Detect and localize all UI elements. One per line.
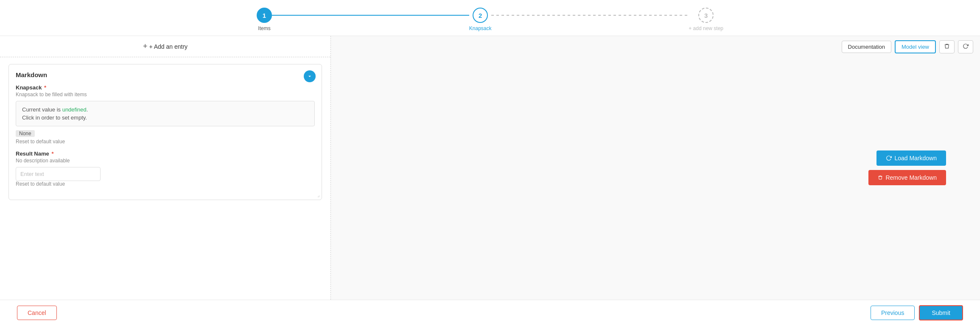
chevron-down-icon — [307, 73, 313, 79]
add-entry-bar: + + Add an entry — [0, 36, 330, 57]
knapsack-label: Knapsack * — [16, 84, 315, 91]
undefined-text: undefined — [62, 106, 87, 113]
knapsack-value-line1: Current value is undefined. — [22, 106, 308, 113]
resize-handle[interactable]: ⌟ — [317, 192, 320, 198]
result-name-label: Result Name * — [16, 150, 315, 157]
step-connector-2 — [491, 15, 689, 16]
remove-markdown-label: Remove Markdown — [885, 174, 937, 181]
submit-button[interactable]: Submit — [919, 305, 963, 320]
documentation-button[interactable]: Documentation — [842, 41, 891, 53]
step-3[interactable]: 3 + add new step — [689, 8, 723, 31]
load-icon — [886, 155, 892, 161]
step-2-circle: 2 — [473, 8, 488, 23]
footer-right: Previous Submit — [871, 305, 963, 320]
step-1[interactable]: 1 Items — [257, 8, 272, 31]
knapsack-none-tag: None — [16, 130, 315, 139]
markdown-card: Markdown Knapsack * Knapsack to be fille… — [8, 64, 322, 200]
refresh-icon — [963, 43, 969, 49]
refresh-button[interactable] — [958, 40, 973, 53]
knapsack-reset-link[interactable]: Reset to default value — [16, 139, 315, 145]
knapsack-value-box[interactable]: Current value is undefined. Click in ord… — [16, 101, 315, 126]
load-markdown-button[interactable]: Load Markdown — [876, 150, 946, 166]
add-entry-button[interactable]: + + Add an entry — [143, 42, 188, 51]
result-name-field-section: Result Name * No description available R… — [16, 150, 315, 187]
step-1-circle: 1 — [257, 8, 272, 23]
right-panel: Documentation Model view L — [331, 36, 980, 300]
card-title: Markdown — [16, 71, 315, 78]
result-name-reset-link[interactable]: Reset to default value — [16, 181, 315, 187]
result-name-description: No description available — [16, 158, 315, 164]
step-3-circle: 3 — [698, 8, 714, 23]
result-name-input[interactable] — [16, 167, 101, 181]
remove-icon — [878, 175, 883, 181]
step-2[interactable]: 2 Knapsack — [469, 8, 492, 31]
knapsack-description: Knapsack to be filled with items — [16, 92, 315, 97]
cancel-button[interactable]: Cancel — [17, 306, 57, 320]
trash-icon — [944, 43, 950, 49]
add-entry-label: + Add an entry — [149, 43, 188, 50]
main-content: + + Add an entry Markdown Knapsack * — [0, 36, 980, 300]
footer: Cancel Previous Submit — [0, 300, 980, 323]
previous-button[interactable]: Previous — [871, 306, 915, 320]
step-2-label: Knapsack — [469, 25, 492, 31]
knapsack-click-text: Click in order to set empty. — [22, 114, 308, 121]
card-chevron-button[interactable] — [304, 70, 316, 82]
left-panel: + + Add an entry Markdown Knapsack * — [0, 36, 331, 300]
right-center-actions: Load Markdown Remove Markdown — [868, 150, 946, 185]
left-panel-body: Markdown Knapsack * Knapsack to be fille… — [0, 57, 330, 300]
knapsack-field-section: Knapsack * Knapsack to be filled with it… — [16, 84, 315, 145]
load-markdown-label: Load Markdown — [894, 155, 937, 162]
step-connector-1 — [272, 15, 469, 16]
model-view-button[interactable]: Model view — [895, 40, 936, 53]
right-top-actions: Documentation Model view — [842, 40, 973, 53]
step-3-label: + add new step — [689, 25, 723, 31]
plus-icon: + — [143, 42, 148, 51]
stepper: 1 Items 2 Knapsack 3 + add new step — [0, 0, 980, 36]
result-name-required: * — [51, 150, 53, 157]
step-1-label: Items — [258, 25, 270, 31]
remove-markdown-button[interactable]: Remove Markdown — [868, 170, 946, 185]
knapsack-required: * — [44, 84, 46, 91]
delete-button[interactable] — [939, 40, 955, 53]
